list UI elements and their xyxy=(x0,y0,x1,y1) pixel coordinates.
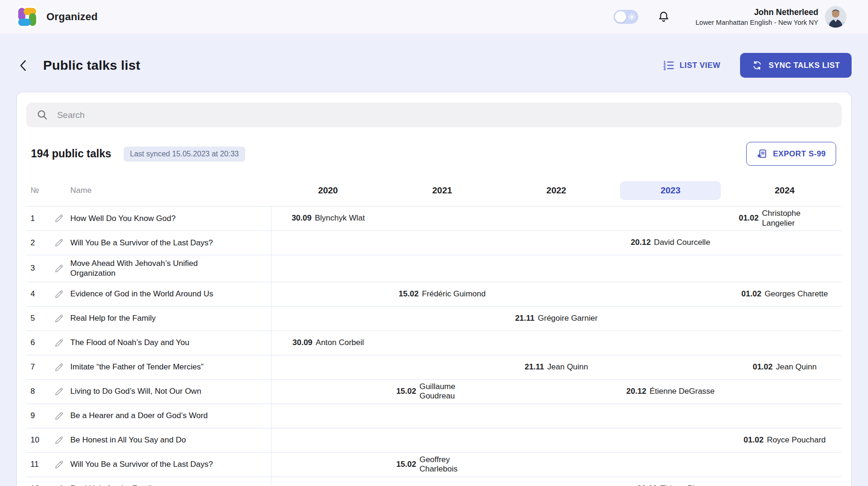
export-button[interactable]: EXPORT S-99 xyxy=(746,142,836,166)
talk-year-cell-2023 xyxy=(614,453,728,477)
talk-year-cell-2024[interactable]: 01.02Jean Quinn xyxy=(727,355,842,379)
talk-year-cell-2021[interactable]: 15.02Geoffrey Charlebois xyxy=(385,453,500,477)
talk-year-cell-2022 xyxy=(499,255,614,282)
talk-year-cell-2020[interactable]: 30.09Anton Corbeil xyxy=(271,331,385,355)
pencil-icon xyxy=(53,237,64,248)
edit-talk-button[interactable] xyxy=(47,404,70,428)
year-header-2023[interactable]: 2023 xyxy=(614,181,728,200)
table-row: 7Imitate “the Father of Tender Mercies”2… xyxy=(26,355,842,379)
talk-year-cell-2021 xyxy=(385,231,500,255)
meta-row: 194 public talks Last synced 15.05.2023 … xyxy=(26,142,842,166)
talk-date: 01.02 xyxy=(753,362,773,372)
row-number: 5 xyxy=(26,307,47,331)
talk-year-cell-2020[interactable]: 30.09Blynchyk Wlat xyxy=(271,206,385,230)
talk-year-cell-2022[interactable]: 21.11Jean Quinn xyxy=(499,355,614,379)
bell-icon xyxy=(657,10,670,23)
row-number: 7 xyxy=(26,355,47,379)
talk-year-cell-2022 xyxy=(499,380,614,404)
row-number: 11 xyxy=(26,453,47,477)
talk-year-cell-2023[interactable]: 20.12Étienne DeGrasse xyxy=(614,380,728,404)
talk-year-cell-2024 xyxy=(727,453,842,477)
edit-talk-button[interactable] xyxy=(47,206,70,230)
talk-year-cell-2020 xyxy=(271,428,385,452)
talk-date: 01.02 xyxy=(741,289,762,299)
talk-date: 01.02 xyxy=(739,214,759,223)
year-header-2020[interactable]: 2020 xyxy=(271,181,385,200)
table-row: 6The Flood of Noah’s Day and You30.09Ant… xyxy=(26,331,842,355)
talk-speaker: Georges Charette xyxy=(764,289,828,299)
talk-year-cell-2022 xyxy=(499,428,614,452)
table-row: 3Move Ahead With Jehovah’s Unified Organ… xyxy=(26,255,842,282)
list-view-button[interactable]: 123 LIST VIEW xyxy=(663,59,720,71)
table-row: 10Be Honest in All You Say and Do01.02Ro… xyxy=(26,428,842,452)
talk-year-cell-2023 xyxy=(614,255,728,282)
row-number: 12 xyxy=(26,477,47,486)
row-number: 8 xyxy=(26,380,47,404)
edit-talk-button[interactable] xyxy=(47,255,70,282)
edit-talk-button[interactable] xyxy=(47,282,70,306)
talk-year-cell-2024[interactable]: 01.02Royce Pouchard xyxy=(727,428,842,452)
talk-year-cell-2022 xyxy=(499,231,614,255)
notifications-button[interactable] xyxy=(657,10,670,23)
user-name: John Netherleed xyxy=(696,7,818,17)
year-header-2021[interactable]: 2021 xyxy=(385,181,500,200)
talk-year-cell-2021 xyxy=(385,307,500,331)
talk-year-cell-2022[interactable]: 21.11Grégoire Garnier xyxy=(499,307,614,331)
talk-year-cell-2023[interactable]: 20.12David Courcelle xyxy=(614,231,728,255)
edit-talk-button[interactable] xyxy=(47,331,70,355)
talk-speaker: Anton Corbeil xyxy=(316,338,364,347)
talk-date: 30.09 xyxy=(292,338,313,347)
talk-year-cell-2023[interactable]: 20.12Thierry Pitre xyxy=(614,477,728,486)
talk-year-cell-2021 xyxy=(385,428,500,452)
talk-name: Evidence of God in the World Around Us xyxy=(70,282,271,306)
edit-talk-button[interactable] xyxy=(47,380,70,404)
talk-year-cell-2023 xyxy=(614,355,728,379)
talk-year-cell-2021 xyxy=(385,206,500,230)
talk-name: Imitate “the Father of Tender Mercies” xyxy=(70,355,271,379)
talk-year-cell-2021[interactable]: 15.02Frédéric Guimond xyxy=(385,282,500,306)
main-content: Public talks list 123 LIST VIEW SYNC TAL… xyxy=(0,34,868,486)
year-header-2022[interactable]: 2022 xyxy=(499,181,614,200)
talk-year-cell-2020 xyxy=(271,282,385,306)
talk-year-cell-2020 xyxy=(271,355,385,379)
avatar[interactable] xyxy=(825,6,846,28)
row-number: 2 xyxy=(26,231,47,255)
talk-year-cell-2021 xyxy=(385,355,500,379)
sync-talks-button[interactable]: SYNC TALKS LIST xyxy=(740,53,852,78)
table-header: № Name 20202021202220232024 xyxy=(26,181,842,206)
app-name: Organized xyxy=(46,11,97,23)
talk-year-cell-2022 xyxy=(499,404,614,428)
search-bar[interactable] xyxy=(26,103,842,127)
talk-year-cell-2024 xyxy=(727,380,842,404)
theme-toggle[interactable] xyxy=(614,10,638,24)
talk-year-cell-2024 xyxy=(727,231,842,255)
pencil-icon xyxy=(53,263,64,274)
talk-name: Living to Do God’s Will, Not Our Own xyxy=(70,380,271,404)
talk-date: 21.11 xyxy=(524,362,544,372)
edit-talk-button[interactable] xyxy=(47,307,70,331)
last-synced-badge: Last synced 15.05.2023 at 20:33 xyxy=(124,147,245,162)
talk-year-cell-2023 xyxy=(614,282,728,306)
row-number: 9 xyxy=(26,404,47,428)
talk-year-cell-2024[interactable]: 01.02Christophe Langelier xyxy=(727,206,842,230)
talk-year-cell-2021[interactable]: 15.02Guillaume Goudreau xyxy=(385,380,500,404)
brand: Organized xyxy=(16,6,97,28)
edit-talk-button[interactable] xyxy=(47,355,70,379)
talk-year-cell-2024[interactable]: 01.02Georges Charette xyxy=(727,282,842,306)
talk-year-cell-2024 xyxy=(727,404,842,428)
back-button[interactable] xyxy=(18,58,30,73)
talk-year-cell-2023 xyxy=(614,331,728,355)
talk-date: 20.12 xyxy=(626,387,646,396)
talk-year-cell-2020 xyxy=(271,307,385,331)
pencil-icon xyxy=(53,289,64,300)
search-input[interactable] xyxy=(57,110,831,120)
edit-talk-button[interactable] xyxy=(47,231,70,255)
talk-year-cell-2021 xyxy=(385,255,500,282)
user-menu[interactable]: John Netherleed Lower Manhattan English … xyxy=(696,6,846,28)
talks-card: 194 public talks Last synced 15.05.2023 … xyxy=(16,92,852,486)
edit-talk-button[interactable] xyxy=(47,453,70,477)
edit-talk-button[interactable] xyxy=(47,477,70,486)
talk-speaker: Guillaume Goudreau xyxy=(419,382,488,401)
edit-talk-button[interactable] xyxy=(47,428,70,452)
year-header-2024[interactable]: 2024 xyxy=(727,181,842,200)
